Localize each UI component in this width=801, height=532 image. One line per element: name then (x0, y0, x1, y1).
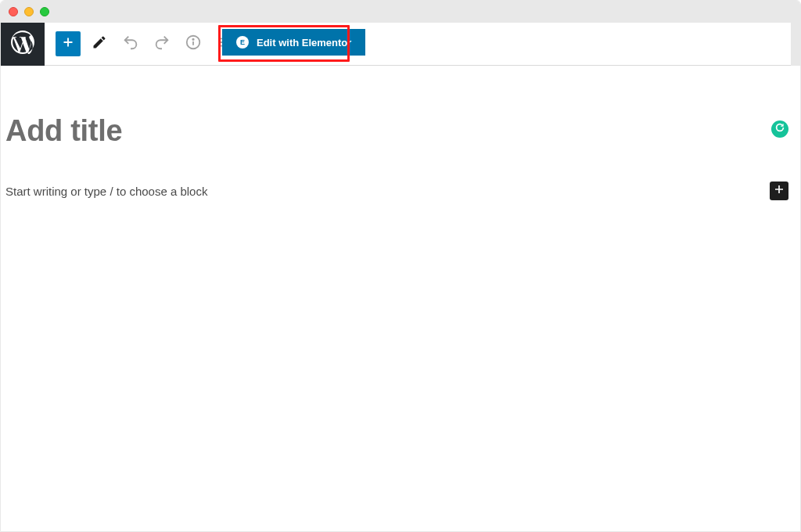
window-zoom-button[interactable] (40, 7, 49, 16)
grammarly-button[interactable] (771, 120, 788, 138)
window: E Edit with Elementor Add title Start wr… (0, 0, 801, 532)
right-panel-edge (791, 23, 800, 66)
elementor-button-label: Edit with Elementor (257, 37, 351, 49)
window-titlebar (1, 1, 800, 23)
svg-point-2 (192, 39, 193, 40)
wordpress-logo-button[interactable] (1, 23, 45, 66)
post-title-placeholder: Add title (5, 114, 791, 148)
wordpress-logo-icon (11, 31, 34, 57)
editor-canvas: Add title Start writing or type / to cho… (1, 66, 800, 531)
details-button[interactable] (181, 31, 206, 56)
post-body-row: Start writing or type / to choose a bloc… (5, 182, 788, 200)
redo-button[interactable] (149, 31, 174, 56)
plus-icon (59, 34, 77, 54)
toolbar-left-group (56, 31, 237, 56)
window-close-button[interactable] (9, 7, 18, 16)
post-title-field[interactable]: Add title (5, 114, 791, 148)
redo-icon (153, 34, 171, 54)
elementor-wrapper: E Edit with Elementor (222, 29, 365, 56)
post-body-placeholder[interactable]: Start writing or type / to choose a bloc… (5, 185, 207, 198)
plus-icon (771, 182, 787, 200)
grammarly-icon (774, 122, 785, 136)
elementor-icon: E (236, 36, 249, 49)
tools-button[interactable] (87, 31, 112, 56)
edit-with-elementor-button[interactable]: E Edit with Elementor (222, 29, 365, 56)
undo-icon (122, 34, 139, 54)
window-minimize-button[interactable] (24, 7, 34, 16)
info-icon (185, 34, 202, 54)
add-block-button[interactable] (56, 31, 81, 56)
editor-toolbar: E Edit with Elementor (1, 23, 800, 66)
pencil-icon (92, 34, 107, 53)
inline-add-block-button[interactable] (770, 182, 788, 200)
undo-button[interactable] (118, 31, 143, 56)
